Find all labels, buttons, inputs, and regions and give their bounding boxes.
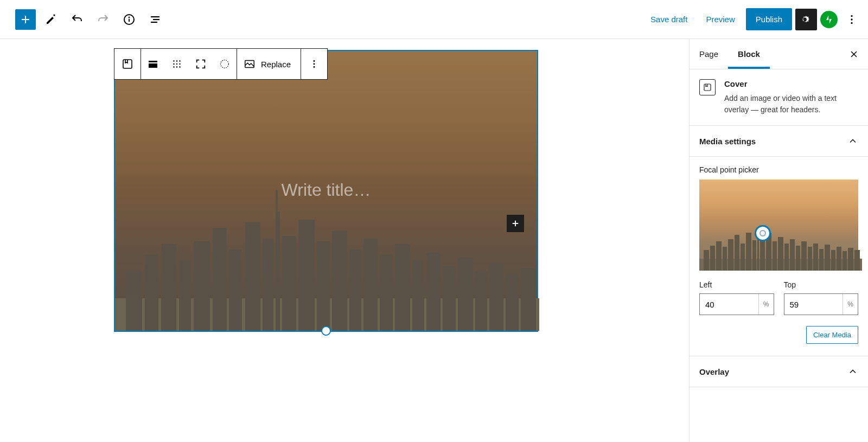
cover-block[interactable]: Write title… — [114, 50, 538, 332]
focal-left-label: Left — [699, 280, 774, 289]
svg-rect-29 — [126, 271, 142, 331]
svg-rect-74 — [773, 241, 777, 271]
info-button[interactable] — [118, 9, 140, 30]
focal-point-handle[interactable] — [755, 225, 771, 241]
close-sidebar-button[interactable] — [844, 44, 864, 64]
more-options-button[interactable] — [841, 9, 863, 30]
settings-sidebar: Page Block Cover Add an image or video w… — [689, 39, 868, 442]
outline-button[interactable] — [144, 9, 166, 30]
cover-block-icon — [121, 57, 134, 71]
svg-rect-67 — [735, 235, 739, 271]
gear-icon — [800, 14, 812, 25]
resize-handle[interactable] — [321, 326, 331, 336]
focal-inputs: Left % Top % — [699, 280, 858, 315]
chevron-up-icon — [847, 366, 858, 377]
svg-rect-41 — [298, 220, 315, 331]
focal-point-preview[interactable] — [699, 180, 858, 271]
svg-rect-37 — [263, 239, 273, 331]
publish-button[interactable]: Publish — [746, 8, 792, 30]
top-toolbar-right: Save draft Preview Publish — [643, 8, 863, 30]
tab-page[interactable]: Page — [690, 39, 728, 69]
svg-rect-35 — [229, 249, 242, 331]
svg-rect-69 — [746, 233, 751, 271]
editor-body: Replace — [0, 39, 868, 442]
plus-icon — [510, 219, 520, 228]
svg-point-23 — [221, 60, 229, 68]
svg-rect-50 — [443, 266, 456, 331]
svg-rect-48 — [412, 260, 424, 331]
svg-rect-78 — [796, 246, 800, 271]
svg-rect-44 — [349, 249, 361, 331]
block-toolbar: Replace — [114, 48, 328, 80]
svg-rect-66 — [728, 239, 733, 271]
align-icon — [146, 57, 159, 71]
add-block-button[interactable] — [15, 9, 36, 30]
redo-button[interactable] — [92, 9, 114, 30]
svg-rect-45 — [363, 239, 378, 331]
tab-block[interactable]: Block — [728, 39, 770, 69]
duotone-button[interactable] — [213, 49, 237, 79]
block-info-title: Cover — [724, 79, 858, 88]
focal-preview-image — [699, 227, 862, 271]
svg-rect-77 — [790, 239, 795, 271]
svg-rect-64 — [716, 241, 722, 271]
svg-point-21 — [176, 66, 177, 67]
svg-rect-53 — [489, 263, 503, 331]
svg-rect-83 — [825, 245, 830, 271]
full-height-button[interactable] — [189, 49, 213, 79]
svg-rect-54 — [506, 274, 519, 331]
media-settings-panel-body: Focal point picker — [690, 157, 868, 356]
block-more-button[interactable] — [301, 49, 327, 79]
svg-rect-36 — [245, 222, 260, 331]
block-type-button[interactable] — [114, 49, 141, 79]
svg-rect-49 — [426, 252, 441, 331]
align-button[interactable] — [141, 49, 165, 79]
add-inner-block-button[interactable] — [507, 215, 524, 232]
block-info-description: Add an image or video with a text overla… — [724, 93, 858, 116]
settings-toggle-button[interactable] — [795, 9, 817, 30]
svg-rect-47 — [395, 244, 410, 331]
content-position-button[interactable] — [165, 49, 189, 79]
svg-rect-42 — [317, 241, 330, 331]
cover-title-placeholder[interactable]: Write title… — [282, 180, 371, 200]
editor-canvas[interactable]: Replace — [0, 39, 689, 442]
svg-point-25 — [314, 60, 315, 62]
cover-block-icon — [699, 79, 716, 95]
edit-mode-button[interactable] — [40, 9, 62, 30]
grid-dots-icon — [171, 58, 183, 70]
svg-point-8 — [851, 15, 852, 16]
clear-media-button[interactable]: Clear Media — [806, 326, 858, 344]
unit-label: % — [758, 294, 774, 315]
svg-rect-82 — [819, 249, 824, 271]
svg-point-4 — [129, 17, 130, 17]
svg-rect-72 — [760, 238, 765, 271]
preview-button[interactable]: Preview — [698, 9, 742, 29]
save-draft-button[interactable]: Save draft — [643, 9, 695, 29]
svg-rect-68 — [741, 244, 745, 271]
jetpack-button[interactable] — [820, 11, 838, 28]
svg-rect-88 — [854, 250, 860, 271]
cover-block-wrap: Replace — [114, 50, 538, 332]
media-settings-panel-header[interactable]: Media settings — [690, 126, 868, 157]
close-icon — [848, 49, 859, 60]
svg-rect-63 — [710, 246, 715, 271]
svg-rect-51 — [458, 258, 473, 331]
overlay-panel-header[interactable]: Overlay — [690, 356, 868, 387]
svg-point-20 — [173, 66, 174, 67]
focal-left-input[interactable] — [700, 294, 758, 315]
svg-rect-86 — [843, 251, 847, 271]
cityscape-image — [115, 190, 539, 331]
top-toolbar-left — [15, 9, 166, 30]
svg-point-14 — [173, 60, 174, 61]
focal-top-input[interactable] — [784, 294, 843, 315]
svg-rect-55 — [521, 268, 536, 331]
svg-rect-81 — [813, 244, 818, 271]
focal-picker-label: Focal point picker — [699, 165, 858, 174]
svg-point-27 — [314, 66, 315, 68]
panel-title: Media settings — [699, 137, 756, 146]
svg-rect-40 — [282, 236, 296, 331]
replace-label: Replace — [261, 60, 291, 69]
duotone-icon — [219, 58, 231, 70]
undo-button[interactable] — [66, 9, 88, 30]
replace-media-button[interactable]: Replace — [237, 49, 301, 79]
